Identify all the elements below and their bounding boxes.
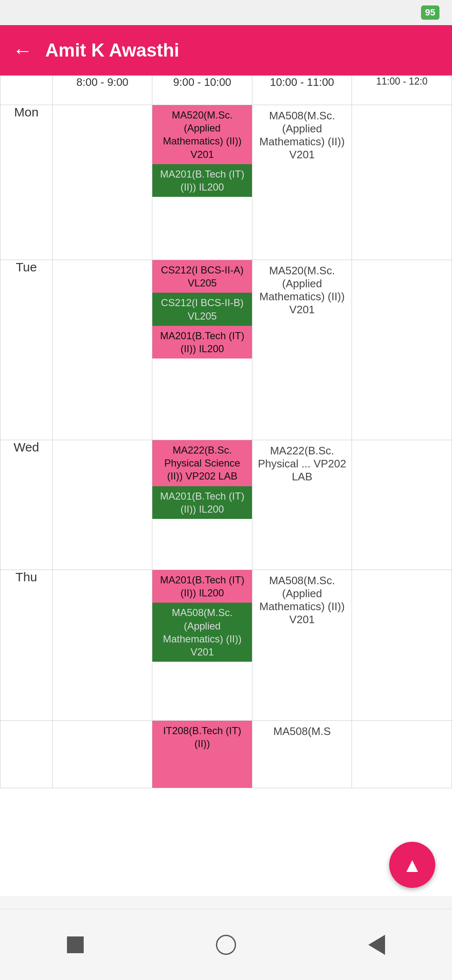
table-row: Thu MA201(B.Tech (IT) (II)) IL200 MA508(… xyxy=(0,570,452,721)
bottom-navigation xyxy=(0,909,452,980)
tue-11-12 xyxy=(352,260,452,440)
thu-9-10: MA201(B.Tech (IT) (II)) IL200 MA508(M.Sc… xyxy=(152,570,252,721)
back-button-nav[interactable] xyxy=(365,933,388,956)
app-header: ← Amit K Awasthi xyxy=(0,25,452,75)
page-title: Amit K Awasthi xyxy=(45,40,179,61)
table-row: Wed MA222(B.Sc. Physical Science (II)) V… xyxy=(0,440,452,570)
scroll-top-button[interactable]: ▲ xyxy=(389,842,435,888)
thu-10-11: MA508(M.Sc. (Applied Mathematics) (II)) … xyxy=(252,570,352,721)
fri-10-11: MA508(M.S xyxy=(252,721,352,788)
course-block[interactable]: MA201(B.Tech (IT) (II)) IL200 xyxy=(152,570,252,603)
thu-8-9 xyxy=(52,570,152,721)
back-button[interactable]: ← xyxy=(13,39,33,62)
header-row: 8:00 - 9:00 9:00 - 10:00 10:00 - 11:00 1… xyxy=(0,76,452,105)
fri-9-10: IT208(B.Tech (IT) (II)) xyxy=(152,721,252,788)
stop-button[interactable] xyxy=(64,933,87,956)
mon-11-12 xyxy=(352,105,452,260)
triangle-icon xyxy=(368,935,385,955)
day-label-mon: Mon xyxy=(0,105,53,260)
course-block[interactable]: MA201(B.Tech (IT) (II)) IL200 xyxy=(152,486,252,519)
table-row: IT208(B.Tech (IT) (II)) MA508(M.S xyxy=(0,721,452,788)
chevron-up-icon: ▲ xyxy=(402,854,422,877)
corner-cell xyxy=(0,76,53,105)
course-block[interactable]: MA520(M.Sc. (Applied Mathematics) (II)) … xyxy=(152,105,252,164)
day-label-thu: Thu xyxy=(0,570,53,721)
circle-icon xyxy=(216,935,236,955)
course-block[interactable]: IT208(B.Tech (IT) (II)) xyxy=(152,721,252,788)
tue-9-10: CS212(I BCS-II-A) VL205 CS212(I BCS-II-B… xyxy=(152,260,252,440)
course-block[interactable]: MA201(B.Tech (IT) (II)) IL200 xyxy=(152,326,252,358)
wed-8-9 xyxy=(52,440,152,570)
wed-9-10: MA222(B.Sc. Physical Science (II)) VP202… xyxy=(152,440,252,570)
home-button[interactable] xyxy=(215,933,238,956)
time-header-2: 9:00 - 10:00 xyxy=(152,76,252,105)
course-block[interactable]: MA201(B.Tech (IT) (II)) IL200 xyxy=(152,164,252,197)
course-block[interactable]: CS212(I BCS-II-A) VL205 xyxy=(152,260,252,293)
time-header-3: 10:00 - 11:00 xyxy=(252,76,352,105)
fri-8-9 xyxy=(52,721,152,788)
course-block[interactable]: CS212(I BCS-II-B) VL205 xyxy=(152,293,252,325)
time-header-1: 8:00 - 9:00 xyxy=(52,76,152,105)
mon-8-9 xyxy=(52,105,152,260)
square-icon xyxy=(67,936,84,953)
thu-11-12 xyxy=(352,570,452,721)
wed-10-11: MA222(B.Sc. Physical ... VP202 LAB xyxy=(252,440,352,570)
course-block[interactable]: MA508(M.Sc. (Applied Mathematics) (II)) … xyxy=(152,603,252,662)
day-label-wed: Wed xyxy=(0,440,53,570)
wed-11-12 xyxy=(352,440,452,570)
timetable-container: 8:00 - 9:00 9:00 - 10:00 10:00 - 11:00 1… xyxy=(0,75,452,896)
tue-8-9 xyxy=(52,260,152,440)
timetable: 8:00 - 9:00 9:00 - 10:00 10:00 - 11:00 1… xyxy=(0,75,452,788)
day-label-fri xyxy=(0,721,53,788)
course-block[interactable]: MA222(B.Sc. Physical Science (II)) VP202… xyxy=(152,440,252,486)
tue-10-11: MA520(M.Sc. (Applied Mathematics) (II)) … xyxy=(252,260,352,440)
day-label-tue: Tue xyxy=(0,260,53,440)
fri-11-12 xyxy=(352,721,452,788)
table-row: Mon MA520(M.Sc. (Applied Mathematics) (I… xyxy=(0,105,452,260)
table-row: Tue CS212(I BCS-II-A) VL205 CS212(I BCS-… xyxy=(0,260,452,440)
mon-10-11: MA508(M.Sc. (Applied Mathematics) (II)) … xyxy=(252,105,352,260)
status-bar: 95 xyxy=(0,0,452,25)
time-header-4: 11:00 - 12:0 xyxy=(352,76,452,105)
battery-indicator: 95 xyxy=(421,5,439,20)
mon-9-10: MA520(M.Sc. (Applied Mathematics) (II)) … xyxy=(152,105,252,260)
